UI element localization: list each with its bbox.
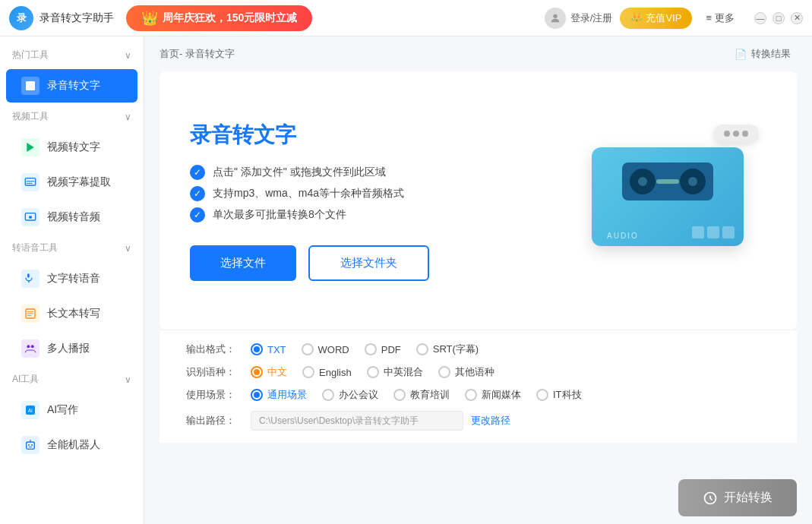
vip-crown-icon: 👑 [630, 12, 643, 24]
upload-desc: ✓ 点击" 添加文件" 或拖拽文件到此区域 ✓ 支持mp3、wma、m4a等十余… [190, 165, 584, 223]
chevron-icon: ∨ [125, 50, 131, 61]
select-folder-button[interactable]: 选择文件夹 [308, 245, 429, 281]
vip-button[interactable]: 👑 充值VIP [620, 8, 692, 29]
ai-tools-section[interactable]: AI工具 ∨ [0, 367, 144, 392]
lang-english[interactable]: English [302, 366, 352, 378]
speech-tools-label: 转语音工具 [12, 241, 58, 254]
format-txt[interactable]: TXT [251, 343, 286, 355]
upload-content-row: 录音转文字 ✓ 点击" 添加文件" 或拖拽文件到此区域 ✓ 支持mp3、wma、… [190, 121, 766, 281]
login-button[interactable]: 登录/注册 [545, 8, 613, 29]
app-logo: 录 [9, 6, 33, 30]
radio-education-circle [393, 389, 406, 401]
ai-tools-label: AI工具 [12, 373, 39, 386]
sidebar-item-label: 多人播报 [47, 342, 90, 355]
crown-icon: 👑 [141, 10, 158, 27]
scene-general[interactable]: 通用场景 [251, 388, 307, 402]
long-text-icon [21, 305, 39, 323]
maximize-button[interactable]: □ [773, 12, 785, 24]
radio-it-circle [536, 389, 548, 401]
sidebar-item-video-subtitle[interactable]: 视频字幕提取 [6, 166, 137, 199]
sidebar-item-label: 视频转音频 [47, 210, 100, 224]
format-word[interactable]: WORD [302, 343, 349, 355]
titlebar-right: 登录/注册 👑 充值VIP ≡ 更多 — □ ✕ [545, 8, 803, 29]
maximize-icon: □ [776, 14, 782, 23]
svg-rect-19 [27, 442, 35, 449]
format-srt[interactable]: SRT(字幕) [416, 342, 479, 356]
radio-other-circle [438, 366, 450, 378]
promo-banner[interactable]: 👑 周年庆狂欢，150元限时立减 [126, 5, 312, 31]
sidebar-item-robot[interactable]: 全能机器人 [6, 428, 137, 462]
sidebar-item-text-to-speech[interactable]: 文字转语音 [6, 262, 137, 295]
format-srt-label: SRT(字幕) [433, 342, 479, 356]
bubble-dot-2 [733, 131, 739, 137]
main-content: 首页- 录音转文字 📄 转换结果 录音转文字 ✓ [144, 36, 812, 524]
format-radio-group: TXT WORD PDF SRT(字幕) [251, 342, 479, 356]
change-path-button[interactable]: 更改路径 [471, 414, 510, 428]
start-convert-button[interactable]: 开始转换 [678, 479, 797, 516]
upload-left: 录音转文字 ✓ 点击" 添加文件" 或拖拽文件到此区域 ✓ 支持mp3、wma、… [190, 121, 584, 281]
svg-point-20 [28, 444, 30, 446]
select-file-button[interactable]: 选择文件 [190, 245, 296, 281]
svg-point-0 [553, 14, 557, 17]
sidebar-item-audio-to-text[interactable]: T 录音转文字 [6, 69, 137, 103]
hot-tools-section[interactable]: 热门工具 ∨ [0, 43, 144, 68]
sidebar-item-video-to-text[interactable]: 视频转文字 [6, 131, 137, 164]
lang-chinese[interactable]: 中文 [251, 365, 287, 379]
scene-it[interactable]: IT科技 [536, 388, 582, 402]
ai-writing-icon: AI [21, 401, 39, 419]
sidebar-item-label: 录音转文字 [47, 79, 100, 93]
desc-item-3: ✓ 单次最多可批量转换8个文件 [190, 207, 584, 223]
sidebar-item-multi-broadcast[interactable]: 多人播报 [6, 332, 137, 365]
title-normal: 录音 [190, 123, 232, 147]
user-avatar [545, 8, 566, 29]
convert-icon [703, 491, 718, 506]
radio-chinese-circle [251, 366, 263, 378]
title-highlight: 转文字 [232, 123, 296, 147]
settings-section: 输出格式： TXT WORD PDF [160, 330, 797, 443]
lang-radio-group: 中文 English 中英混合 其他语种 [251, 365, 494, 379]
breadcrumb: 首页- 录音转文字 📄 转换结果 [144, 36, 812, 71]
radio-txt-circle [251, 343, 263, 355]
app-name: 录音转文字助手 [39, 11, 114, 25]
format-txt-label: TXT [267, 344, 286, 355]
promo-text: 周年庆狂欢，150元限时立减 [163, 11, 297, 25]
hot-tools-label: 热门工具 [12, 49, 49, 62]
lang-chinese-label: 中文 [267, 365, 287, 379]
svg-text:T: T [28, 83, 32, 90]
upload-section: 录音转文字 ✓ 点击" 添加文件" 或拖拽文件到此区域 ✓ 支持mp3、wma、… [160, 71, 797, 330]
svg-marker-3 [27, 143, 33, 152]
sidebar-item-ai-writing[interactable]: AI AI写作 [6, 393, 137, 427]
path-label: 输出路径： [182, 414, 235, 428]
scene-news[interactable]: 新闻媒体 [465, 388, 521, 402]
sidebar-item-label: AI写作 [47, 403, 78, 417]
output-format-label: 输出格式： [182, 342, 235, 356]
lang-mixed[interactable]: 中英混合 [367, 365, 423, 379]
chat-bubble [713, 125, 759, 143]
check-icon-2: ✓ [190, 186, 205, 201]
svg-text:AI: AI [28, 408, 33, 413]
path-input[interactable] [251, 411, 463, 431]
close-button[interactable]: ✕ [791, 12, 803, 24]
path-input-row: 更改路径 [251, 411, 510, 431]
audio-text-icon: T [21, 77, 39, 95]
lang-other[interactable]: 其他语种 [438, 365, 494, 379]
scene-education[interactable]: 教育培训 [393, 388, 450, 402]
format-pdf[interactable]: PDF [365, 343, 401, 355]
scene-office[interactable]: 办公会议 [322, 388, 378, 402]
speech-chevron-icon: ∨ [125, 243, 131, 254]
speech-tools-section[interactable]: 转语音工具 ∨ [0, 235, 144, 260]
scene-row: 使用场景： 通用场景 办公会议 教育培训 [182, 388, 774, 402]
scene-label: 使用场景： [182, 388, 235, 402]
sidebar-item-long-text[interactable]: 长文本转写 [6, 297, 137, 330]
cassette-illustration: AUDIO [584, 125, 751, 276]
video-tools-label: 视频工具 [12, 110, 49, 123]
main-layout: 热门工具 ∨ T 录音转文字 视频工具 ∨ 视频转文字 视频字幕提取 [0, 36, 812, 524]
minimize-button[interactable]: — [754, 12, 766, 24]
sidebar-item-video-to-audio[interactable]: 视频转音频 [6, 200, 137, 234]
more-button[interactable]: ≡ 更多 [700, 8, 741, 28]
convert-result-button[interactable]: 📄 转换结果 [728, 44, 797, 64]
video-tools-section[interactable]: 视频工具 ∨ [0, 104, 144, 129]
cassette-tape-strip [656, 179, 679, 184]
sidebar-item-label: 长文本转写 [47, 307, 100, 320]
breadcrumb-current: 录音转文字 [185, 48, 235, 59]
